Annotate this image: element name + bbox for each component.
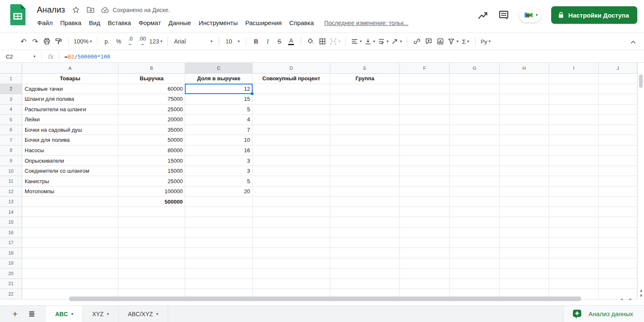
cell-G1[interactable] bbox=[450, 74, 500, 84]
cell-A19[interactable] bbox=[22, 258, 118, 269]
column-header-I[interactable]: I bbox=[549, 63, 599, 74]
scroll-left-arrow[interactable]: ◄ bbox=[619, 296, 624, 302]
cell-J19[interactable] bbox=[599, 258, 637, 269]
cell-I5[interactable] bbox=[549, 115, 599, 125]
cell-D1[interactable]: Совокупный процент bbox=[253, 74, 330, 84]
cell-I17[interactable] bbox=[549, 238, 599, 248]
row-header-15[interactable]: 15 bbox=[0, 217, 22, 227]
cell-G18[interactable] bbox=[450, 248, 500, 258]
cell-H16[interactable] bbox=[500, 227, 549, 238]
cell-I20[interactable] bbox=[549, 268, 599, 279]
menu-tools[interactable]: Инструменты bbox=[195, 18, 242, 28]
cell-I11[interactable] bbox=[549, 176, 599, 187]
cell-G20[interactable] bbox=[450, 268, 500, 279]
cell-B12[interactable]: 100000 bbox=[118, 187, 185, 197]
insert-link-button[interactable] bbox=[411, 36, 423, 47]
scroll-up-arrow[interactable]: ▲ bbox=[639, 288, 644, 293]
hide-menus-button[interactable] bbox=[627, 36, 639, 48]
cell-I21[interactable] bbox=[549, 279, 599, 289]
insert-chart-button[interactable] bbox=[434, 36, 446, 47]
cell-J21[interactable] bbox=[599, 279, 637, 289]
cell-G9[interactable] bbox=[450, 156, 500, 166]
cell-J17[interactable] bbox=[599, 238, 637, 248]
cell-H17[interactable] bbox=[500, 238, 549, 248]
explore-button[interactable]: Анализ данных bbox=[563, 306, 644, 322]
cell-E1[interactable]: Группа bbox=[330, 74, 400, 84]
cell-G19[interactable] bbox=[450, 258, 500, 269]
cell-C11[interactable]: 5 bbox=[185, 176, 253, 187]
cell-J12[interactable] bbox=[599, 187, 637, 197]
column-header-C[interactable]: C bbox=[185, 63, 253, 74]
cell-A13[interactable] bbox=[22, 197, 118, 207]
row-header-9[interactable]: 9 bbox=[0, 156, 22, 166]
column-header-H[interactable]: H bbox=[500, 63, 549, 74]
cell-E3[interactable] bbox=[330, 94, 400, 105]
insert-comment-button[interactable] bbox=[423, 36, 434, 47]
menu-help[interactable]: Справка bbox=[286, 18, 318, 28]
cell-E13[interactable] bbox=[330, 197, 400, 207]
cell-C3[interactable]: 15 bbox=[185, 94, 253, 105]
row-header-12[interactable]: 12 bbox=[0, 187, 22, 197]
cell-I13[interactable] bbox=[549, 197, 599, 207]
cell-J20[interactable] bbox=[599, 268, 637, 279]
cell-G2[interactable] bbox=[450, 84, 500, 95]
column-header-E[interactable]: E bbox=[330, 63, 400, 74]
cell-B7[interactable]: 50000 bbox=[118, 135, 185, 146]
cell-G13[interactable] bbox=[450, 197, 500, 207]
meet-call-button[interactable]: ▾ bbox=[519, 8, 541, 23]
cell-C7[interactable]: 10 bbox=[185, 135, 253, 146]
cell-D7[interactable] bbox=[253, 135, 330, 146]
cell-F17[interactable] bbox=[400, 238, 450, 248]
spreadsheet-grid[interactable]: ABCDEFGHIJ1ТоварыВыручкаДоля в выручкеСо… bbox=[0, 63, 637, 305]
cell-A5[interactable]: Лейки bbox=[22, 115, 118, 125]
row-header-3[interactable]: 3 bbox=[0, 94, 22, 105]
cell-H1[interactable] bbox=[500, 74, 549, 84]
cell-F16[interactable] bbox=[400, 227, 450, 238]
cell-I15[interactable] bbox=[549, 217, 599, 227]
cell-G14[interactable] bbox=[450, 207, 500, 217]
horizontal-align-button[interactable]: ▾ bbox=[350, 36, 363, 47]
cell-B8[interactable]: 80000 bbox=[118, 146, 185, 156]
cell-G7[interactable] bbox=[450, 135, 500, 146]
cell-G8[interactable] bbox=[450, 146, 500, 156]
cell-E16[interactable] bbox=[330, 227, 400, 238]
cell-D21[interactable] bbox=[253, 279, 330, 289]
cell-C17[interactable] bbox=[185, 238, 253, 248]
last-edit-link[interactable]: Последнее изменение: тольк... bbox=[325, 20, 409, 26]
cell-C5[interactable]: 4 bbox=[185, 115, 253, 125]
cell-A11[interactable]: Канистры bbox=[22, 176, 118, 187]
borders-button[interactable] bbox=[317, 36, 328, 47]
cell-D2[interactable] bbox=[253, 84, 330, 95]
row-header-17[interactable]: 17 bbox=[0, 238, 22, 248]
cell-H9[interactable] bbox=[500, 156, 549, 166]
cell-F18[interactable] bbox=[400, 248, 450, 258]
cell-I8[interactable] bbox=[549, 146, 599, 156]
sheet-tab-menu-caret[interactable]: ▾ bbox=[71, 312, 73, 316]
cell-D20[interactable] bbox=[253, 268, 330, 279]
star-icon[interactable] bbox=[72, 6, 80, 14]
cell-C21[interactable] bbox=[185, 279, 253, 289]
cell-I2[interactable] bbox=[549, 84, 599, 95]
text-color-button[interactable]: A bbox=[285, 36, 297, 47]
row-header-11[interactable]: 11 bbox=[0, 176, 22, 187]
text-wrap-button[interactable]: ▾ bbox=[376, 36, 390, 47]
row-header-18[interactable]: 18 bbox=[0, 248, 22, 258]
cell-B19[interactable] bbox=[118, 258, 185, 269]
cell-J11[interactable] bbox=[599, 176, 637, 187]
cell-G17[interactable] bbox=[450, 238, 500, 248]
cell-A17[interactable] bbox=[22, 238, 118, 248]
menu-data[interactable]: Данные bbox=[165, 18, 195, 28]
cell-B10[interactable]: 15000 bbox=[118, 166, 185, 176]
column-header-B[interactable]: B bbox=[118, 63, 185, 74]
cell-B13[interactable]: 500000 bbox=[118, 197, 185, 207]
cell-J2[interactable] bbox=[599, 84, 637, 95]
cell-H15[interactable] bbox=[500, 217, 549, 227]
cell-H18[interactable] bbox=[500, 248, 549, 258]
cell-D12[interactable] bbox=[253, 187, 330, 197]
cell-D5[interactable] bbox=[253, 115, 330, 125]
cell-C12[interactable]: 20 bbox=[185, 187, 253, 197]
cell-J7[interactable] bbox=[599, 135, 637, 146]
cell-I19[interactable] bbox=[549, 258, 599, 269]
name-box-caret[interactable]: ▾ bbox=[33, 54, 36, 59]
cell-J14[interactable] bbox=[599, 207, 637, 217]
